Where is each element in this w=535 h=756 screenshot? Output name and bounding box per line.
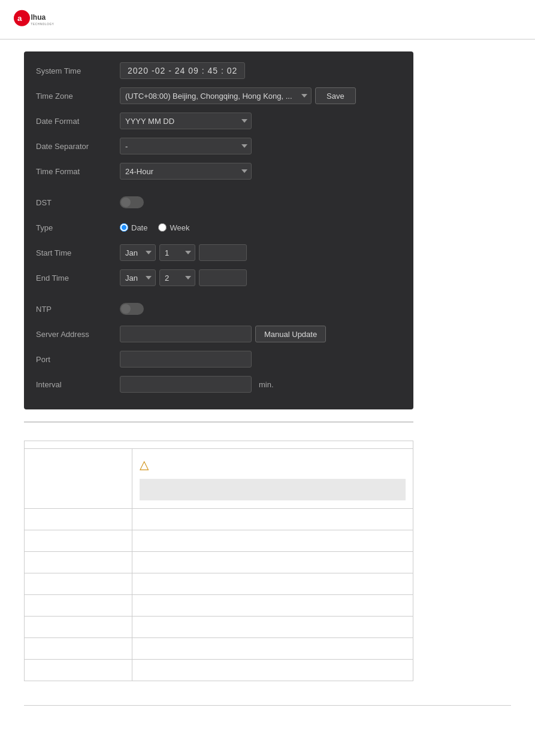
svg-text:TECHNOLOGY: TECHNOLOGY [31, 23, 55, 26]
dst-row: DST [36, 193, 401, 212]
type-date-radio[interactable] [120, 223, 128, 232]
port-input[interactable]: 123 [120, 351, 252, 368]
dst-value [120, 196, 401, 208]
table-cell-left-3 [25, 530, 132, 552]
table-row-5 [25, 573, 413, 595]
dst-toggle[interactable] [120, 196, 144, 208]
port-label: Port [36, 355, 120, 364]
table-row-6 [25, 595, 413, 617]
type-label: Type [36, 223, 120, 232]
table-row-1: △ [25, 449, 413, 509]
divider [24, 421, 413, 423]
dst-label: DST [36, 198, 120, 207]
warning-icon-container: △ [140, 453, 406, 476]
end-time-label: End Time [36, 274, 120, 283]
start-month-select[interactable]: Jan [120, 244, 156, 261]
start-time-row: Start Time Jan 1 00 : 00 [36, 243, 401, 262]
table-row-4 [25, 552, 413, 573]
server-address-value: time.windows.com Manual Update [120, 326, 401, 342]
timezone-value: (UTC+08:00) Beijing, Chongqing, Hong Kon… [120, 87, 401, 104]
type-week-label[interactable]: Week [158, 223, 189, 232]
port-row: Port 123 [36, 350, 401, 369]
table-cell-right-3 [132, 530, 413, 552]
type-date-label[interactable]: Date [120, 223, 147, 232]
svg-text:lhua: lhua [31, 13, 46, 22]
time-format-row: Time Format 24-Hour [36, 162, 401, 181]
system-time-value: 2020 -02 - 24 09 : 45 : 02 [120, 62, 401, 79]
system-time-display: 2020 -02 - 24 09 : 45 : 02 [120, 62, 245, 79]
interval-row: Interval 60 min. [36, 375, 401, 394]
date-format-value: YYYY MM DD [120, 113, 401, 129]
table-cell-left-2 [25, 509, 132, 530]
table-row-3 [25, 530, 413, 552]
ntp-row: NTP [36, 299, 401, 318]
table-cell-left-6 [25, 595, 132, 617]
time-format-value: 24-Hour [120, 163, 401, 180]
interval-value: 60 min. [120, 376, 401, 393]
time-format-select[interactable]: 24-Hour [120, 163, 252, 180]
interval-input[interactable]: 60 [120, 376, 252, 393]
table-cell-left-8 [25, 638, 132, 660]
timezone-row: Time Zone (UTC+08:00) Beijing, Chongqing… [36, 86, 401, 105]
start-time-input[interactable]: 00 : 00 [199, 244, 247, 261]
table-row-7 [25, 617, 413, 638]
date-separator-row: Date Separator - [36, 136, 401, 156]
table-cell-left-7 [25, 617, 132, 638]
table-cell-left-9 [25, 660, 132, 681]
table-cell-right-7 [132, 617, 413, 638]
table-cell-right-1: △ [132, 449, 413, 509]
ntp-label: NTP [36, 305, 120, 314]
end-month-select[interactable]: Jan [120, 269, 156, 286]
table-row-2 [25, 509, 413, 530]
server-address-row: Server Address time.windows.com Manual U… [36, 324, 401, 344]
header: a lhua TECHNOLOGY [0, 0, 535, 40]
end-time-row: End Time Jan 2 00 : 00 [36, 268, 401, 287]
interval-label: Interval [36, 380, 120, 389]
end-time-value: Jan 2 00 : 00 [120, 269, 401, 286]
date-format-select[interactable]: YYYY MM DD [120, 113, 252, 129]
info-table: △ [24, 441, 413, 681]
start-time-value: Jan 1 00 : 00 [120, 244, 401, 261]
table-cell-left-5 [25, 573, 132, 595]
ntp-value [120, 303, 401, 315]
footer-line [24, 705, 511, 709]
table-row-8 [25, 638, 413, 660]
table-cell-right-4 [132, 552, 413, 573]
table-cell-right-6 [132, 595, 413, 617]
end-day-select[interactable]: 2 [159, 269, 195, 286]
ntp-toggle[interactable] [120, 303, 144, 315]
date-format-label: Date Format [36, 117, 120, 126]
table-cell-right-5 [132, 573, 413, 595]
system-time-row: System Time 2020 -02 - 24 09 : 45 : 02 [36, 61, 401, 80]
start-day-select[interactable]: 1 [159, 244, 195, 261]
save-button[interactable]: Save [315, 87, 356, 104]
manual-update-button[interactable]: Manual Update [255, 326, 326, 342]
min-label: min. [259, 380, 274, 389]
settings-panel: System Time 2020 -02 - 24 09 : 45 : 02 T… [24, 51, 413, 409]
svg-text:a: a [17, 14, 22, 23]
gray-sub-cell [140, 479, 406, 500]
date-format-row: Date Format YYYY MM DD [36, 111, 401, 130]
server-address-input[interactable]: time.windows.com [120, 326, 252, 342]
table-cell-right-8 [132, 638, 413, 660]
table-header-cell [25, 441, 413, 449]
table-header-row [25, 441, 413, 449]
type-row: Type Date Week [36, 218, 401, 237]
date-separator-value: - [120, 138, 401, 154]
table-cell-right-2 [132, 509, 413, 530]
port-value: 123 [120, 351, 401, 368]
type-week-radio[interactable] [158, 223, 167, 232]
end-time-input[interactable]: 00 : 00 [199, 269, 247, 286]
table-row-9 [25, 660, 413, 681]
time-format-label: Time Format [36, 167, 120, 176]
timezone-label: Time Zone [36, 92, 120, 101]
logo-container: a lhua TECHNOLOGY [12, 6, 66, 33]
timezone-select[interactable]: (UTC+08:00) Beijing, Chongqing, Hong Kon… [120, 87, 312, 104]
system-time-label: System Time [36, 66, 120, 75]
main-content: System Time 2020 -02 - 24 09 : 45 : 02 T… [0, 40, 535, 721]
table-cell-right-9 [132, 660, 413, 681]
table-cell-left-4 [25, 552, 132, 573]
server-address-label: Server Address [36, 330, 120, 339]
warning-icon: △ [140, 457, 149, 472]
date-separator-select[interactable]: - [120, 138, 252, 154]
